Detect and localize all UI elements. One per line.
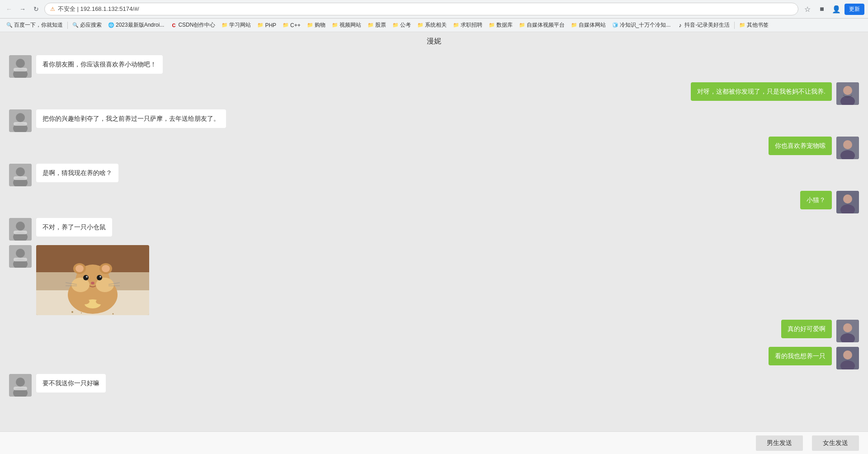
bookmark-media-site-label: 自媒体网站 [579,21,606,29]
message-row: 你也喜欢养宠物嗦 [9,137,859,159]
android-icon: 🌐 [108,22,114,28]
address-bar[interactable]: ⚠ 不安全 | 192.168.1.132:5174/#/ [44,3,798,15]
bookmark-cpp-label: C++ [290,22,301,28]
exam-folder-icon: 📁 [392,22,399,28]
bookmark-media-site[interactable]: 📁 自媒体网站 [568,20,609,30]
svg-point-15 [16,167,25,176]
avatar-right-2 [836,137,859,159]
bookmark-star-button[interactable]: ☆ [801,3,814,15]
extensions-button[interactable]: ■ [816,3,828,15]
bookmark-study[interactable]: 📁 学习网站 [219,20,254,30]
bubble-text: 对呀，这都被你发现了，只是我爸妈不让我养. [697,88,826,95]
bubble-text: 你也喜欢养宠物嗦 [775,142,826,149]
avatar-right-1 [836,82,859,105]
chat-page: 漫妮 看你朋友圈，你应该很喜欢养小动物吧！ [0,32,868,444]
girl-send-button[interactable]: 女生发送 [812,435,859,451]
stock-folder-icon: 📁 [368,22,374,28]
url-text: 不安全 | 192.168.1.132:5174/#/ [58,5,139,13]
bubble-text: 小猫？ [807,196,826,203]
message-row: 对呀，这都被你发现了，只是我爸妈不让我养. [9,82,859,105]
media-site-folder-icon: 📁 [571,22,577,28]
bubble-right-4: 真的好可爱啊 [781,320,832,338]
douyin-icon: ♪ [677,22,683,28]
bubble-left-2: 把你的兴趣给剥夺了，我之前养过一只萨摩，去年送给朋友了。 [36,109,226,128]
bubble-text: 真的好可爱啊 [788,325,826,332]
back-button[interactable]: ← [4,4,14,14]
bookmark-baidu[interactable]: 🔍 百度一下，你就知道 [4,20,66,30]
bookmark-exam[interactable]: 📁 公考 [390,20,414,30]
svg-point-46 [80,299,90,304]
bookmark-csdn-label: CSDN创作中心 [178,21,215,29]
bubble-left-1: 看你朋友圈，你应该很喜欢养小动物吧！ [36,55,163,74]
svg-point-44 [91,282,94,284]
bookmark-bing[interactable]: 🔍 必应搜索 [70,20,104,30]
bookmark-others[interactable]: 📁 其他书签 [736,20,771,30]
bookmark-stock[interactable]: 📁 股票 [365,20,389,30]
avatar-left-3 [9,164,32,186]
update-button[interactable]: 更新 [844,4,864,15]
lock-icon: ⚠ [50,6,55,12]
bookmark-bing-label: 必应搜索 [80,21,102,29]
svg-point-47 [96,299,105,304]
message-row: 不对，养了一只小仓鼠 [9,218,859,241]
bubble-right-1: 对呀，这都被你发现了，只是我爸妈不让我养. [691,82,832,101]
bubble-right-5: 看的我也想养一只 [769,347,832,365]
bookmark-divider-1 [67,22,68,29]
chat-messages: 看你朋友圈，你应该很喜欢养小动物吧！ 对呀，这都被你发现了，只是我爸妈不让我养. [0,51,868,401]
bookmark-douyin-label: 抖音-记录美好生活 [684,21,730,29]
bookmark-csdn[interactable]: C CSDN创作中心 [168,20,218,30]
refresh-button[interactable]: ↻ [31,4,42,14]
forward-button[interactable]: → [17,4,28,14]
job-folder-icon: 📁 [453,22,459,28]
message-row-image [9,245,859,315]
bookmark-divider-2 [734,22,735,29]
svg-point-38 [75,265,84,272]
bookmark-others-label: 其他书签 [747,21,769,29]
svg-point-59 [843,350,852,359]
db-folder-icon: 📁 [489,22,495,28]
bookmark-system[interactable]: 📁 系统相关 [415,20,449,30]
svg-point-8 [16,113,25,122]
cold-icon: 🧊 [612,22,618,28]
bookmark-exam-label: 公考 [400,21,411,29]
message-row: 真的好可爱啊 [9,320,859,342]
bubble-text: 不对，养了一只小仓鼠 [42,223,106,231]
video-folder-icon: 📁 [332,22,338,28]
svg-point-1 [16,59,25,68]
bookmark-android[interactable]: 🌐 2023最新版Androi... [105,20,167,30]
bubble-left-3: 是啊，猜我现在养的啥？ [36,164,118,182]
bookmark-shop[interactable]: 📁 购物 [304,20,328,30]
bookmark-study-label: 学习网站 [229,21,251,29]
svg-point-43 [99,276,101,278]
bookmark-cold-label: 冷知识_十万个冷知... [620,21,671,29]
bookmark-job[interactable]: 📁 求职招聘 [450,20,485,30]
bookmark-db[interactable]: 📁 数据库 [486,20,515,30]
bookmark-php[interactable]: 📁 PHP [255,21,279,29]
bubble-left-4: 不对，养了一只小仓鼠 [36,218,112,236]
bubble-text: 看的我也想养一只 [775,352,826,359]
bookmark-douyin[interactable]: ♪ 抖音-记录美好生活 [674,20,732,30]
avatar-right-3 [836,191,859,213]
svg-point-19 [843,194,852,203]
bookmark-video[interactable]: 📁 视频网站 [329,20,364,30]
message-row: 是啊，猜我现在养的啥？ [9,164,859,186]
boy-send-button[interactable]: 男生发送 [756,435,803,451]
bubble-right-2: 你也喜欢养宠物嗦 [769,137,832,155]
bookmark-cold[interactable]: 🧊 冷知识_十万个冷知... [609,20,674,30]
baidu-icon: 🔍 [6,22,13,28]
avatar-left-2 [9,109,32,132]
csdn-icon: C [170,22,177,28]
bookmark-video-label: 视频网站 [340,21,361,29]
svg-rect-3 [14,68,27,71]
system-folder-icon: 📁 [417,22,424,28]
message-row: 看的我也想养一只 [9,347,859,369]
bookmark-cpp[interactable]: 📁 C++ [280,21,303,29]
bubble-right-3: 小猫？ [800,191,832,209]
profile-button[interactable]: 👤 [830,3,843,15]
avatar-left-6 [9,374,32,397]
bookmark-media-video[interactable]: 📁 自媒体视频平台 [516,20,567,30]
message-row: 把你的兴趣给剥夺了，我之前养过一只萨摩，去年送给朋友了。 [9,109,859,132]
avatar-right-5 [836,347,859,369]
message-row: 看你朋友圈，你应该很喜欢养小动物吧！ [9,55,859,78]
message-row: 小猫？ [9,191,859,213]
